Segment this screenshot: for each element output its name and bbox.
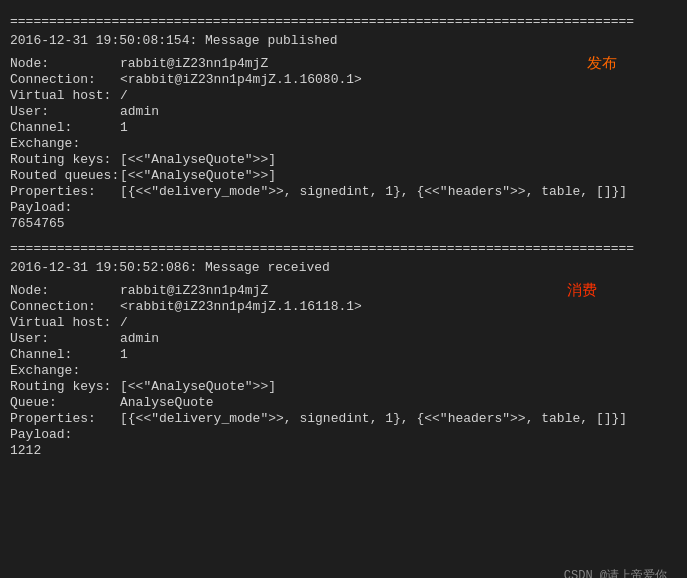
routed-queues-key-1: Routed queues: xyxy=(10,168,120,183)
routed-queues-value-1: [<<"AnalyseQuote">>] xyxy=(120,168,677,183)
timestamp-1: 2016-12-31 19:50:08:154: Message publish… xyxy=(10,33,677,48)
properties-row-2: Properties: [{<<"delivery_mode">>, signe… xyxy=(10,411,677,426)
routing-keys-value-1: [<<"AnalyseQuote">>] xyxy=(120,152,677,167)
connection-row-1: Connection: <rabbit@iZ23nn1p4mjZ.1.16080… xyxy=(10,72,677,87)
properties-key-1: Properties: xyxy=(10,184,120,199)
routing-keys-key-1: Routing keys: xyxy=(10,152,120,167)
channel-row-2: Channel: 1 xyxy=(10,347,677,362)
channel-value-1: 1 xyxy=(120,120,677,135)
log-block-publish: ========================================… xyxy=(10,14,677,231)
vhost-value-2: / xyxy=(120,315,677,330)
page-wrapper: ========================================… xyxy=(10,14,677,578)
connection-key-1: Connection: xyxy=(10,72,120,87)
routed-queues-row-1: Routed queues: [<<"AnalyseQuote">>] xyxy=(10,168,677,183)
payload-key-1: Payload: xyxy=(10,200,120,215)
vhost-key-1: Virtual host: xyxy=(10,88,120,103)
log-block-consume: ========================================… xyxy=(10,241,677,458)
connection-key-2: Connection: xyxy=(10,299,120,314)
user-row-1: User: admin xyxy=(10,104,677,119)
queue-row-2: Queue: AnalyseQuote xyxy=(10,395,677,410)
routing-keys-row-1: Routing keys: [<<"AnalyseQuote">>] xyxy=(10,152,677,167)
timestamp-2: 2016-12-31 19:50:52:086: Message receive… xyxy=(10,260,677,275)
routing-keys-value-2: [<<"AnalyseQuote">>] xyxy=(120,379,677,394)
routing-keys-row-2: Routing keys: [<<"AnalyseQuote">>] xyxy=(10,379,677,394)
routing-keys-key-2: Routing keys: xyxy=(10,379,120,394)
channel-value-2: 1 xyxy=(120,347,677,362)
vhost-row-1: Virtual host: / xyxy=(10,88,677,103)
publish-annotation: 发布 xyxy=(587,54,617,73)
queue-key-2: Queue: xyxy=(10,395,120,410)
properties-row-1: Properties: [{<<"delivery_mode">>, signe… xyxy=(10,184,677,199)
node-row-2: Node: rabbit@iZ23nn1p4mjZ 消费 xyxy=(10,283,677,298)
user-row-2: User: admin xyxy=(10,331,677,346)
vhost-row-2: Virtual host: / xyxy=(10,315,677,330)
connection-value-1: <rabbit@iZ23nn1p4mjZ.1.16080.1> xyxy=(120,72,677,87)
payload-data-2: 1212 xyxy=(10,443,677,458)
user-key-1: User: xyxy=(10,104,120,119)
node-row-1: Node: rabbit@iZ23nn1p4mjZ 发布 xyxy=(10,56,677,71)
properties-value-1: [{<<"delivery_mode">>, signedint, 1}, {<… xyxy=(120,184,677,199)
exchange-row-2: Exchange: xyxy=(10,363,677,378)
vhost-value-1: / xyxy=(120,88,677,103)
payload-row-2: Payload: xyxy=(10,427,677,442)
user-value-1: admin xyxy=(120,104,677,119)
exchange-key-1: Exchange: xyxy=(10,136,120,151)
connection-row-2: Connection: <rabbit@iZ23nn1p4mjZ.1.16118… xyxy=(10,299,677,314)
channel-key-1: Channel: xyxy=(10,120,120,135)
properties-key-2: Properties: xyxy=(10,411,120,426)
watermark: CSDN @请上帝爱你 xyxy=(564,567,667,578)
payload-data-1: 7654765 xyxy=(10,216,677,231)
channel-row-1: Channel: 1 xyxy=(10,120,677,135)
queue-value-2: AnalyseQuote xyxy=(120,395,677,410)
exchange-value-2 xyxy=(120,363,677,378)
properties-value-2: [{<<"delivery_mode">>, signedint, 1}, {<… xyxy=(120,411,677,426)
vhost-key-2: Virtual host: xyxy=(10,315,120,330)
user-value-2: admin xyxy=(120,331,677,346)
exchange-key-2: Exchange: xyxy=(10,363,120,378)
channel-key-2: Channel: xyxy=(10,347,120,362)
connection-value-2: <rabbit@iZ23nn1p4mjZ.1.16118.1> xyxy=(120,299,677,314)
node-key-2: Node: xyxy=(10,283,120,298)
separator-2: ========================================… xyxy=(10,241,677,256)
exchange-row-1: Exchange: xyxy=(10,136,677,151)
consume-annotation: 消费 xyxy=(567,281,597,300)
exchange-value-1 xyxy=(120,136,677,151)
payload-row-1: Payload: xyxy=(10,200,677,215)
separator-1: ========================================… xyxy=(10,14,677,29)
node-key-1: Node: xyxy=(10,56,120,71)
user-key-2: User: xyxy=(10,331,120,346)
payload-key-2: Payload: xyxy=(10,427,120,442)
